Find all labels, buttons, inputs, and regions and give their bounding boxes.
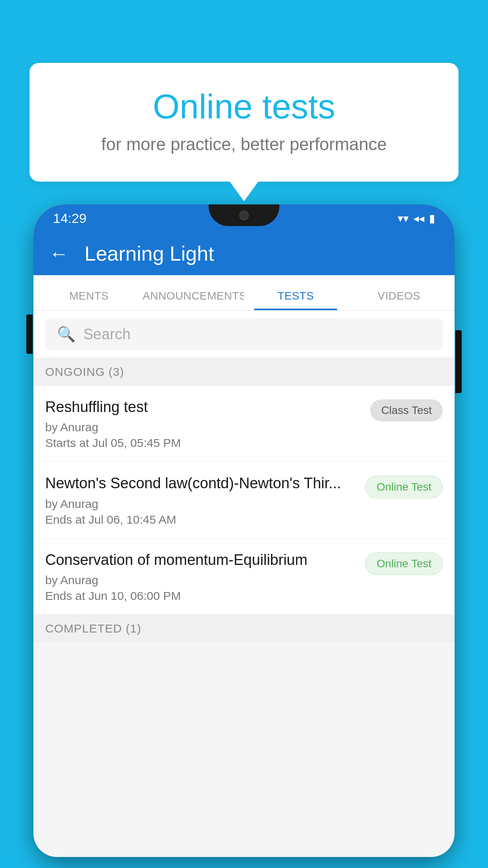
test-badge-2: Online Test [365,476,443,498]
status-bar: 14:29 ▾▾ ◂◂ ▮ [33,204,455,232]
test-info-1: Reshuffling test by Anurag Starts at Jul… [45,397,370,450]
battery-icon: ▮ [429,212,435,225]
speech-bubble-container: Online tests for more practice, better p… [29,63,459,182]
test-date-1: Starts at Jul 05, 05:45 PM [45,436,362,450]
app-title: Learning Light [84,242,214,265]
completed-section-header: COMPLETED (1) [33,615,455,642]
search-box[interactable]: 🔍 Search [45,318,443,350]
test-by-2: by Anurag [45,497,357,511]
test-name-1: Reshuffling test [45,397,362,417]
test-date-3: Ends at Jun 10, 06:00 PM [45,589,357,603]
test-info-3: Conservation of momentum-Equilibrium by … [45,550,365,603]
test-by-3: by Anurag [45,574,357,587]
test-by-1: by Anurag [45,421,362,434]
bubble-title: Online tests [53,86,435,127]
tab-tests[interactable]: TESTS [244,282,347,310]
status-time: 14:29 [53,211,86,226]
test-info-2: Newton's Second law(contd)-Newton's Thir… [45,474,365,526]
app-bar: ← Learning Light [33,232,455,275]
test-badge-1: Class Test [370,399,443,421]
bubble-subtitle: for more practice, better performance [53,134,435,154]
test-item-2[interactable]: Newton's Second law(contd)-Newton's Thir… [33,462,455,538]
speech-bubble: Online tests for more practice, better p… [29,63,459,182]
search-container: 🔍 Search [33,311,455,358]
search-icon: 🔍 [57,326,75,343]
test-list: Reshuffling test by Anurag Starts at Jul… [33,386,455,615]
wifi-icon: ▾▾ [398,212,409,225]
test-badge-3: Online Test [365,552,443,575]
tab-ments[interactable]: MENTS [37,282,141,310]
tab-announcements[interactable]: ANNOUNCEMENTS [141,282,244,310]
signal-icon: ◂◂ [413,212,424,225]
test-date-2: Ends at Jul 06, 10:45 AM [45,513,357,526]
test-name-2: Newton's Second law(contd)-Newton's Thir… [45,474,357,493]
status-icons: ▾▾ ◂◂ ▮ [398,212,435,225]
test-item-1[interactable]: Reshuffling test by Anurag Starts at Jul… [33,386,455,462]
tab-videos[interactable]: VIDEOS [347,282,451,310]
test-item-3[interactable]: Conservation of momentum-Equilibrium by … [33,539,455,615]
phone-wrapper: 14:29 ▾▾ ◂◂ ▮ ← Learning Light MENTS ANN… [33,204,455,868]
phone-frame: 14:29 ▾▾ ◂◂ ▮ ← Learning Light MENTS ANN… [33,204,455,857]
camera-dot [239,211,249,220]
phone-inner: 14:29 ▾▾ ◂◂ ▮ ← Learning Light MENTS ANN… [33,204,455,857]
ongoing-section-header: ONGOING (3) [33,358,455,386]
test-name-3: Conservation of momentum-Equilibrium [45,550,357,570]
back-button[interactable]: ← [49,242,69,265]
search-placeholder: Search [83,326,130,343]
notch [209,204,279,226]
tabs-bar: MENTS ANNOUNCEMENTS TESTS VIDEOS [33,275,455,311]
